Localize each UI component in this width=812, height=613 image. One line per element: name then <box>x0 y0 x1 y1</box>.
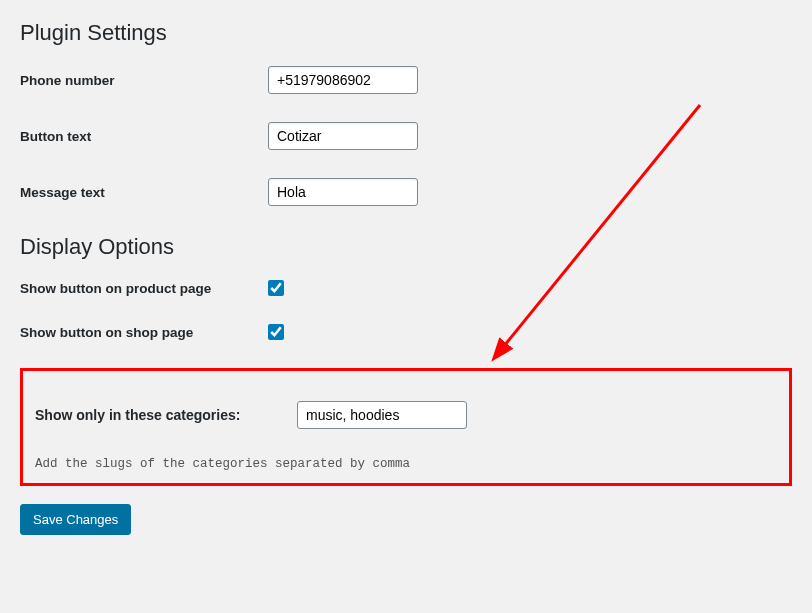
field-show-product-row: Show button on product page <box>20 280 792 296</box>
message-text-label: Message text <box>20 185 268 200</box>
field-message-text-row: Message text <box>20 178 792 206</box>
button-text-input[interactable] <box>268 122 418 150</box>
categories-input[interactable] <box>297 401 467 429</box>
phone-label: Phone number <box>20 73 268 88</box>
button-text-label: Button text <box>20 129 268 144</box>
show-shop-checkbox[interactable] <box>268 324 284 340</box>
categories-hint: Add the slugs of the categories separate… <box>35 457 777 471</box>
field-show-shop-row: Show button on shop page <box>20 324 792 340</box>
show-shop-label: Show button on shop page <box>20 325 268 340</box>
phone-input[interactable] <box>268 66 418 94</box>
show-product-label: Show button on product page <box>20 281 268 296</box>
show-product-checkbox[interactable] <box>268 280 284 296</box>
field-phone-row: Phone number <box>20 66 792 94</box>
categories-label: Show only in these categories: <box>35 407 297 423</box>
field-button-text-row: Button text <box>20 122 792 150</box>
save-changes-button[interactable]: Save Changes <box>20 504 131 535</box>
categories-highlight-box: Show only in these categories: Add the s… <box>20 368 792 486</box>
message-text-input[interactable] <box>268 178 418 206</box>
plugin-settings-title: Plugin Settings <box>20 20 792 46</box>
categories-row: Show only in these categories: <box>35 401 777 429</box>
display-options-title: Display Options <box>20 234 792 260</box>
